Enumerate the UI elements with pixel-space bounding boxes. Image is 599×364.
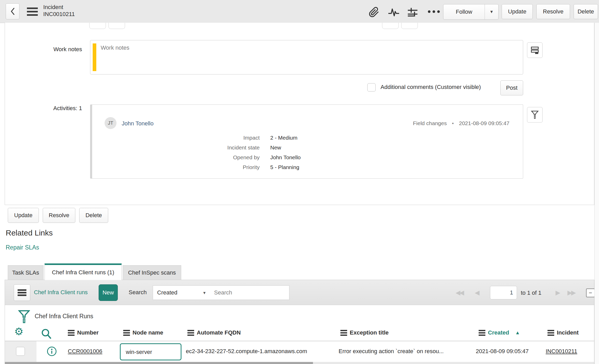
back-chevron-icon (10, 7, 15, 16)
chevron-down-icon: ▼ (202, 291, 206, 295)
field-change-row: Incident stateNew (196, 145, 281, 152)
activity-timestamp: 2021-08-09 09:05:47 (459, 120, 509, 126)
row-checkbox[interactable] (16, 347, 25, 356)
header-bar: Incident INC0010211 Follow ▼ Update Reso… (0, 0, 599, 23)
record-title: Incident INC0010211 (43, 4, 75, 18)
repair-slas-link[interactable]: Repair SLAs (6, 244, 39, 251)
column-header-incident[interactable]: Incident (557, 329, 579, 336)
column-menu-icon[interactable] (340, 330, 347, 336)
search-icon[interactable] (39, 328, 53, 340)
tab-chef-inspec-scans[interactable]: Chef InSpec scans (123, 265, 181, 280)
activity-stream-icon[interactable] (386, 8, 401, 17)
column-header-automate-fqdn[interactable]: Automate FQDN (197, 329, 241, 336)
more-options-icon[interactable] (426, 9, 442, 14)
field-change-label: Impact (196, 135, 260, 141)
field-change-label: Opened by (196, 154, 260, 161)
column-menu-icon[interactable] (479, 330, 485, 336)
gear-icon[interactable]: ⚙ (14, 326, 24, 337)
column-header-node-name[interactable]: Node name (133, 329, 163, 336)
column-header-created[interactable]: Created (488, 329, 509, 336)
sort-ascending-icon: ▲ (515, 330, 520, 336)
cutoff-button-4[interactable] (401, 23, 418, 29)
bullet-separator: • (452, 120, 454, 126)
pagination-range: to 1 of 1 (521, 290, 542, 296)
field-change-value: 2 - Medium (270, 135, 297, 141)
cutoff-button-1[interactable] (89, 23, 106, 29)
rows-display-icon (531, 46, 539, 54)
post-button[interactable]: Post (500, 80, 523, 95)
list-context-menu-button[interactable] (14, 284, 30, 301)
related-links-title: Related Links (6, 229, 53, 237)
minus-icon: − (589, 290, 592, 296)
page-number-input[interactable] (490, 286, 517, 299)
column-header-exception-title[interactable]: Exception title (350, 329, 389, 336)
new-button[interactable]: New (99, 284, 118, 301)
field-change-value: New (270, 145, 281, 150)
next-page-icon[interactable]: ▶ (556, 289, 559, 296)
row-automate-fqdn: ec2-34-232-227-52.compute-1.amazonaws.co… (186, 348, 307, 355)
cutoff-button-3[interactable] (382, 23, 399, 29)
additional-comments-label: Additional comments (Customer visible) (381, 84, 481, 90)
context-menu-icon[interactable] (27, 7, 38, 16)
delete-button[interactable]: Delete (574, 4, 598, 19)
delete-button-bottom[interactable]: Delete (79, 208, 108, 223)
horizontal-scrollbar-thumb[interactable] (5, 362, 313, 364)
list-title-link[interactable]: Chef Infra Client runs (34, 289, 88, 296)
previous-page-icon[interactable]: ◀ (475, 289, 478, 296)
update-button-bottom[interactable]: Update (8, 208, 39, 223)
activities-label: Activities: 1 (26, 105, 82, 112)
cutoff-button-2[interactable] (108, 23, 125, 29)
work-notes-field-wrap (90, 40, 523, 74)
column-menu-icon[interactable] (123, 330, 130, 336)
activity-type: Field changes (413, 120, 447, 126)
first-page-icon[interactable]: ◀◀ (456, 289, 463, 296)
last-page-icon[interactable]: ▶▶ (567, 289, 575, 296)
list-search-label: Search (129, 289, 147, 296)
collapse-list-button[interactable]: − (586, 289, 595, 297)
info-icon[interactable] (45, 346, 59, 357)
chevron-down-icon: ▼ (490, 10, 494, 14)
column-menu-icon[interactable] (547, 330, 554, 336)
activity-author[interactable]: John Tonello (122, 120, 154, 127)
field-change-label: Incident state (196, 145, 260, 151)
row-created: 2021-08-09 09:05:47 (476, 348, 529, 355)
additional-comments-checkbox[interactable] (367, 83, 376, 92)
column-menu-icon[interactable] (187, 330, 194, 336)
row-exception-title: Error executing action `create` on resou… (339, 348, 444, 355)
field-change-row: Impact2 - Medium (196, 135, 297, 142)
list-filter-funnel-icon[interactable] (17, 309, 32, 325)
work-notes-input[interactable] (90, 40, 523, 74)
field-change-label: Priority (196, 164, 260, 170)
avatar: JT (105, 117, 116, 129)
list-search-input[interactable] (210, 285, 289, 300)
column-menu-icon[interactable] (68, 330, 75, 336)
tab-chef-infra-client-runs[interactable]: Chef Infra Client runs (1) (45, 263, 122, 280)
record-number: INC0010211 (43, 11, 75, 18)
follow-dropdown-button[interactable]: ▼ (485, 4, 498, 19)
field-change-value: 5 - Planning (270, 164, 299, 170)
search-field-select[interactable]: Created ▼ (153, 285, 210, 300)
row-incident-link[interactable]: INC0010211 (546, 348, 577, 355)
tab-task-slas[interactable]: Task SLAs (8, 265, 43, 280)
avatar-initials: JT (108, 120, 113, 126)
toggle-activity-display-button[interactable] (527, 42, 543, 58)
row-number-link[interactable]: CCR0001006 (68, 348, 102, 355)
resolve-button[interactable]: Resolve (536, 4, 570, 19)
work-notes-label: Work notes (26, 46, 82, 53)
list-breadcrumb-title: Chef Infra Client Runs (35, 313, 93, 320)
column-header-number[interactable]: Number (77, 329, 99, 336)
follow-button[interactable]: Follow (443, 4, 485, 19)
activity-meta: Field changes • 2021-08-09 09:05:47 (413, 120, 509, 126)
back-button[interactable] (6, 3, 19, 19)
row-node-name-value: win-server (126, 349, 152, 355)
attachment-icon[interactable] (367, 6, 381, 18)
field-change-row: Opened byJohn Tonello (196, 154, 301, 162)
row-node-name-cell[interactable]: win-server (120, 343, 181, 360)
funnel-icon (531, 110, 539, 119)
vertical-scrollbar[interactable] (594, 23, 599, 364)
resolve-button-bottom[interactable]: Resolve (43, 208, 75, 223)
personalize-form-icon[interactable] (405, 7, 420, 19)
activity-filter-button[interactable] (527, 107, 543, 123)
search-field-selected-value: Created (157, 289, 177, 296)
update-button[interactable]: Update (502, 4, 533, 19)
